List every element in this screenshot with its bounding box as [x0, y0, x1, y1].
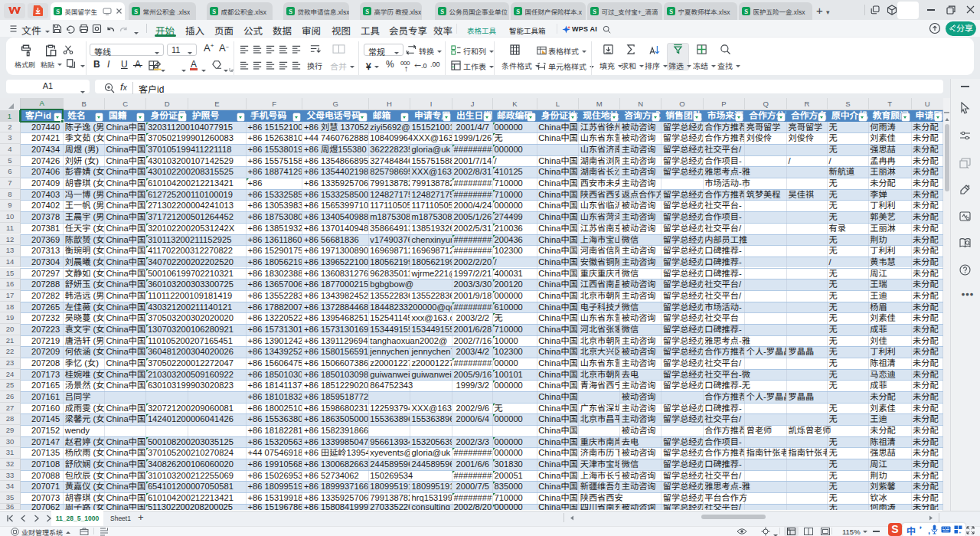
svg-text:+: + [959, 530, 962, 534]
